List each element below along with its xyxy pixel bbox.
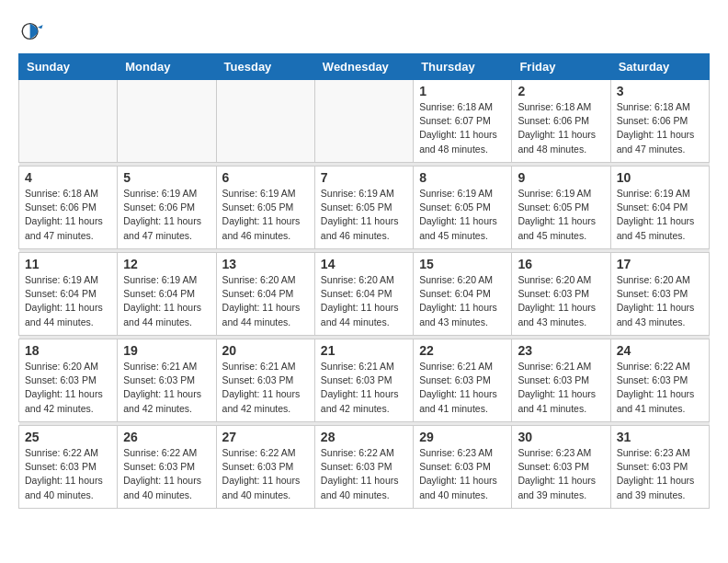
weekday-header-wednesday: Wednesday xyxy=(314,54,413,80)
weekday-header-monday: Monday xyxy=(118,54,216,80)
calendar-day: 7Sunrise: 6:19 AM Sunset: 6:05 PM Daylig… xyxy=(314,167,413,249)
day-info: Sunrise: 6:22 AM Sunset: 6:03 PM Dayligh… xyxy=(617,360,703,416)
day-info: Sunrise: 6:19 AM Sunset: 6:05 PM Dayligh… xyxy=(419,187,506,243)
day-info: Sunrise: 6:19 AM Sunset: 6:04 PM Dayligh… xyxy=(25,273,111,329)
calendar-week-row: 1Sunrise: 6:18 AM Sunset: 6:07 PM Daylig… xyxy=(19,80,710,163)
day-number: 19 xyxy=(123,343,210,358)
day-number: 28 xyxy=(321,430,407,444)
calendar-day: 17Sunrise: 6:20 AM Sunset: 6:03 PM Dayli… xyxy=(610,253,709,336)
day-info: Sunrise: 6:23 AM Sunset: 6:03 PM Dayligh… xyxy=(419,446,506,502)
day-info: Sunrise: 6:21 AM Sunset: 6:03 PM Dayligh… xyxy=(123,360,210,416)
calendar-day: 4Sunrise: 6:18 AM Sunset: 6:06 PM Daylig… xyxy=(19,167,118,249)
calendar-day xyxy=(314,80,413,163)
day-info: Sunrise: 6:20 AM Sunset: 6:04 PM Dayligh… xyxy=(222,273,309,329)
day-number: 13 xyxy=(222,257,309,271)
calendar-day: 18Sunrise: 6:20 AM Sunset: 6:03 PM Dayli… xyxy=(19,339,118,422)
calendar-week-row: 11Sunrise: 6:19 AM Sunset: 6:04 PM Dayli… xyxy=(19,253,710,336)
day-info: Sunrise: 6:20 AM Sunset: 6:03 PM Dayligh… xyxy=(617,273,703,329)
day-number: 8 xyxy=(419,170,506,185)
calendar-day: 5Sunrise: 6:19 AM Sunset: 6:06 PM Daylig… xyxy=(118,167,216,249)
calendar-day: 20Sunrise: 6:21 AM Sunset: 6:03 PM Dayli… xyxy=(216,339,314,422)
day-info: Sunrise: 6:22 AM Sunset: 6:03 PM Dayligh… xyxy=(222,446,309,502)
day-info: Sunrise: 6:20 AM Sunset: 6:04 PM Dayligh… xyxy=(419,273,506,329)
day-number: 6 xyxy=(222,170,309,185)
weekday-header-thursday: Thursday xyxy=(414,54,512,80)
day-number: 14 xyxy=(321,257,407,271)
weekday-header-saturday: Saturday xyxy=(610,54,709,80)
day-info: Sunrise: 6:20 AM Sunset: 6:03 PM Dayligh… xyxy=(518,273,604,329)
day-info: Sunrise: 6:21 AM Sunset: 6:03 PM Dayligh… xyxy=(321,360,407,416)
calendar-day: 28Sunrise: 6:22 AM Sunset: 6:03 PM Dayli… xyxy=(314,426,413,509)
day-number: 7 xyxy=(321,170,407,185)
day-number: 25 xyxy=(25,430,111,444)
calendar-day: 25Sunrise: 6:22 AM Sunset: 6:03 PM Dayli… xyxy=(19,426,118,509)
calendar-week-row: 4Sunrise: 6:18 AM Sunset: 6:06 PM Daylig… xyxy=(19,167,710,249)
day-info: Sunrise: 6:18 AM Sunset: 6:07 PM Dayligh… xyxy=(419,100,506,156)
day-number: 24 xyxy=(617,343,703,358)
day-number: 29 xyxy=(419,430,506,444)
calendar-day: 26Sunrise: 6:22 AM Sunset: 6:03 PM Dayli… xyxy=(118,426,216,509)
weekday-header-friday: Friday xyxy=(512,54,610,80)
day-number: 18 xyxy=(25,343,111,358)
day-number: 22 xyxy=(419,343,506,358)
calendar-day: 14Sunrise: 6:20 AM Sunset: 6:04 PM Dayli… xyxy=(314,253,413,336)
weekday-header-sunday: Sunday xyxy=(19,54,118,80)
day-info: Sunrise: 6:19 AM Sunset: 6:04 PM Dayligh… xyxy=(123,273,210,329)
calendar-day: 15Sunrise: 6:20 AM Sunset: 6:04 PM Dayli… xyxy=(414,253,512,336)
day-info: Sunrise: 6:19 AM Sunset: 6:05 PM Dayligh… xyxy=(222,187,309,243)
day-number: 2 xyxy=(518,84,604,98)
calendar-day: 24Sunrise: 6:22 AM Sunset: 6:03 PM Dayli… xyxy=(610,339,709,422)
calendar-day: 16Sunrise: 6:20 AM Sunset: 6:03 PM Dayli… xyxy=(512,253,610,336)
calendar-day xyxy=(118,80,216,163)
day-info: Sunrise: 6:19 AM Sunset: 6:05 PM Dayligh… xyxy=(518,187,604,243)
day-number: 16 xyxy=(518,257,604,271)
calendar-day: 22Sunrise: 6:21 AM Sunset: 6:03 PM Dayli… xyxy=(414,339,512,422)
calendar-day xyxy=(216,80,314,163)
day-info: Sunrise: 6:19 AM Sunset: 6:05 PM Dayligh… xyxy=(321,187,407,243)
calendar-day: 30Sunrise: 6:23 AM Sunset: 6:03 PM Dayli… xyxy=(512,426,610,509)
calendar-table: SundayMondayTuesdayWednesdayThursdayFrid… xyxy=(18,53,710,509)
day-info: Sunrise: 6:18 AM Sunset: 6:06 PM Dayligh… xyxy=(518,100,604,156)
day-number: 26 xyxy=(123,430,210,444)
day-number: 30 xyxy=(518,430,604,444)
day-number: 12 xyxy=(123,257,210,271)
weekday-header-tuesday: Tuesday xyxy=(216,54,314,80)
calendar-day: 9Sunrise: 6:19 AM Sunset: 6:05 PM Daylig… xyxy=(512,167,610,249)
calendar-day: 19Sunrise: 6:21 AM Sunset: 6:03 PM Dayli… xyxy=(118,339,216,422)
calendar-day: 21Sunrise: 6:21 AM Sunset: 6:03 PM Dayli… xyxy=(314,339,413,422)
calendar-week-row: 25Sunrise: 6:22 AM Sunset: 6:03 PM Dayli… xyxy=(19,426,710,509)
day-number: 4 xyxy=(25,170,111,185)
day-number: 1 xyxy=(419,84,506,98)
day-number: 17 xyxy=(617,257,703,271)
day-number: 9 xyxy=(518,170,604,185)
calendar-header-row: SundayMondayTuesdayWednesdayThursdayFrid… xyxy=(19,54,710,80)
day-info: Sunrise: 6:19 AM Sunset: 6:04 PM Dayligh… xyxy=(617,187,703,243)
day-number: 23 xyxy=(518,343,604,358)
calendar-day: 11Sunrise: 6:19 AM Sunset: 6:04 PM Dayli… xyxy=(19,253,118,336)
calendar-day: 10Sunrise: 6:19 AM Sunset: 6:04 PM Dayli… xyxy=(610,167,709,249)
day-number: 31 xyxy=(617,430,703,444)
calendar-day: 2Sunrise: 6:18 AM Sunset: 6:06 PM Daylig… xyxy=(512,80,610,163)
day-number: 27 xyxy=(222,430,309,444)
day-number: 21 xyxy=(321,343,407,358)
day-number: 15 xyxy=(419,257,506,271)
day-info: Sunrise: 6:22 AM Sunset: 6:03 PM Dayligh… xyxy=(25,446,111,502)
calendar-day: 27Sunrise: 6:22 AM Sunset: 6:03 PM Dayli… xyxy=(216,426,314,509)
day-info: Sunrise: 6:21 AM Sunset: 6:03 PM Dayligh… xyxy=(518,360,604,416)
calendar-day: 3Sunrise: 6:18 AM Sunset: 6:06 PM Daylig… xyxy=(610,80,709,163)
calendar-day: 6Sunrise: 6:19 AM Sunset: 6:05 PM Daylig… xyxy=(216,167,314,249)
calendar-day xyxy=(19,80,118,163)
calendar-day: 12Sunrise: 6:19 AM Sunset: 6:04 PM Dayli… xyxy=(118,253,216,336)
day-info: Sunrise: 6:23 AM Sunset: 6:03 PM Dayligh… xyxy=(518,446,604,502)
day-info: Sunrise: 6:18 AM Sunset: 6:06 PM Dayligh… xyxy=(617,100,703,156)
day-number: 10 xyxy=(617,170,703,185)
day-info: Sunrise: 6:19 AM Sunset: 6:06 PM Dayligh… xyxy=(123,187,210,243)
day-number: 5 xyxy=(123,170,210,185)
calendar-day: 13Sunrise: 6:20 AM Sunset: 6:04 PM Dayli… xyxy=(216,253,314,336)
calendar-day: 23Sunrise: 6:21 AM Sunset: 6:03 PM Dayli… xyxy=(512,339,610,422)
calendar-day: 1Sunrise: 6:18 AM Sunset: 6:07 PM Daylig… xyxy=(414,80,512,163)
calendar-day: 31Sunrise: 6:23 AM Sunset: 6:03 PM Dayli… xyxy=(610,426,709,509)
day-info: Sunrise: 6:18 AM Sunset: 6:06 PM Dayligh… xyxy=(25,187,111,243)
day-number: 11 xyxy=(25,257,111,271)
day-info: Sunrise: 6:23 AM Sunset: 6:03 PM Dayligh… xyxy=(617,446,703,502)
